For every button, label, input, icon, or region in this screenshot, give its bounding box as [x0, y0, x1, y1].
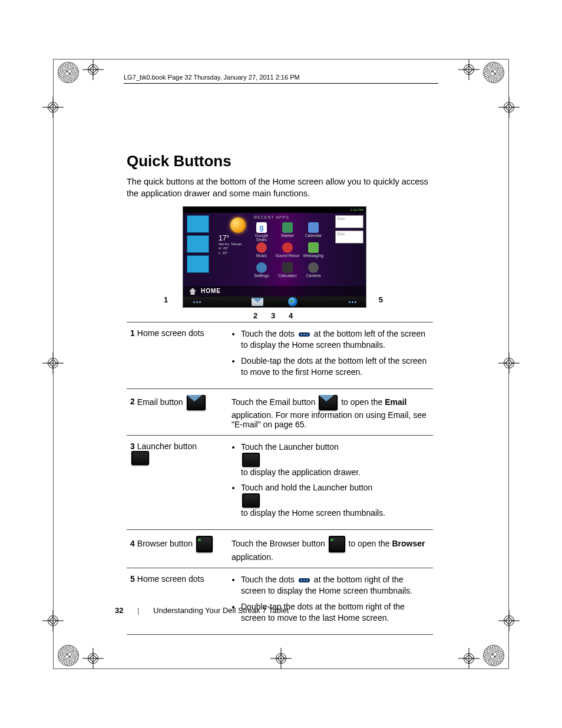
- dots-icon: [299, 332, 310, 337]
- globe-icon: [288, 297, 297, 307]
- page-title: Quick Buttons: [127, 152, 433, 170]
- row-label: 2Email button: [127, 388, 228, 435]
- callout-2: 2: [253, 311, 257, 320]
- row-label: 1Home screen dots: [127, 322, 228, 389]
- statusbar: 2:16 PM: [183, 207, 366, 213]
- home-thumb: [187, 255, 209, 273]
- running-header: LG7_bk0.book Page 32 Thursday, January 2…: [124, 74, 438, 84]
- launcher-icon: [242, 453, 260, 467]
- row-description: Touch the dots at the bottom left of the…: [228, 322, 433, 389]
- home-thumb: [187, 215, 209, 233]
- callout-5: 5: [379, 295, 383, 304]
- chapter-title: Understanding Your Dell Streak 7 Tablet: [153, 606, 289, 615]
- globe-icon: [196, 536, 213, 552]
- mail-icon: [252, 298, 263, 306]
- home-thumb: [187, 235, 209, 253]
- row-description: Touch the Browser button to open the Bro…: [228, 530, 433, 568]
- recent-apps-grid: gGoogle Searc Market Calendar Music Soun…: [249, 222, 326, 281]
- dots-icon: [191, 298, 202, 305]
- launcher-icon: [270, 298, 281, 306]
- row-label: 5Home screen dots: [127, 568, 228, 635]
- mail-icon: [319, 395, 338, 410]
- intro-paragraph: The quick buttons at the bottom of the H…: [127, 176, 433, 199]
- page-number: 32: [115, 606, 123, 615]
- google-search-box: Goo: [335, 230, 363, 243]
- mail-icon: [187, 395, 206, 410]
- dots-icon: [299, 578, 310, 582]
- callout-4: 4: [289, 311, 293, 320]
- dots-icon: [347, 298, 358, 305]
- google-search-box: Goo: [335, 215, 363, 228]
- row-description: Touch the Launcher button to display the…: [228, 435, 433, 530]
- callout-3: 3: [271, 311, 275, 320]
- home-label-bar: HOME: [183, 286, 366, 297]
- row-label: 4Browser button: [127, 530, 228, 568]
- row-label: 3Launcher button: [127, 435, 228, 530]
- launcher-icon: [242, 493, 260, 508]
- row-description: Touch the dots at the bottom right of th…: [228, 568, 433, 635]
- callout-1: 1: [164, 295, 168, 304]
- device-screenshot: 1 5 2 3 4 2:16 PM RECENT APPS 17° Nei-hu…: [183, 206, 365, 308]
- quick-buttons-table: 1Home screen dotsTouch the dots at the b…: [127, 322, 433, 635]
- page-footer: 32 | Understanding Your Dell Streak 7 Ta…: [115, 606, 289, 615]
- globe-icon: [329, 536, 345, 552]
- row-description: Touch the Email button to open the Email…: [228, 388, 433, 435]
- launcher-icon: [131, 451, 149, 465]
